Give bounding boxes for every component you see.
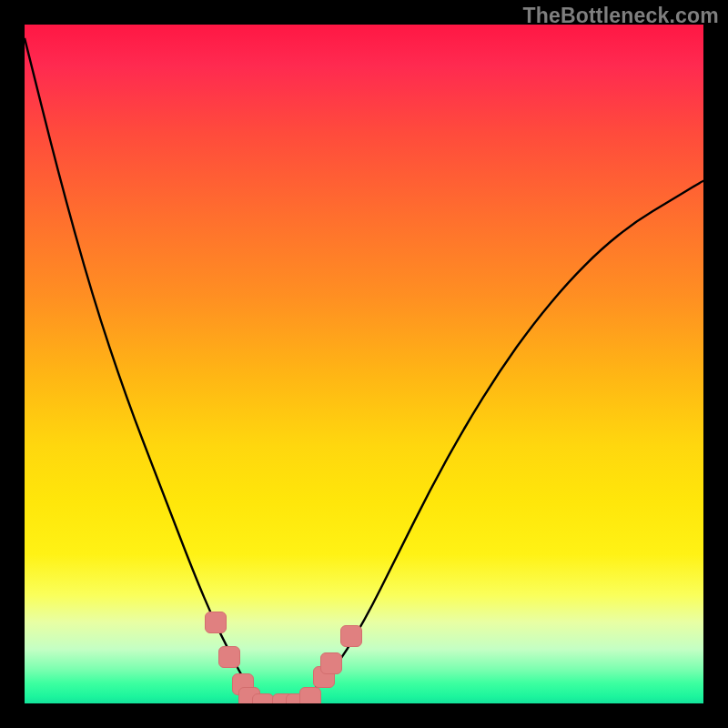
data-marker [299,687,321,703]
chart-frame: TheBottleneck.com [0,0,728,728]
data-marker [218,646,240,668]
data-marker [252,693,274,703]
data-marker [320,652,342,674]
data-marker [340,625,362,647]
data-marker [205,612,227,633]
marker-layer [25,25,703,703]
watermark-text: TheBottleneck.com [522,4,719,28]
plot-area [25,25,703,703]
